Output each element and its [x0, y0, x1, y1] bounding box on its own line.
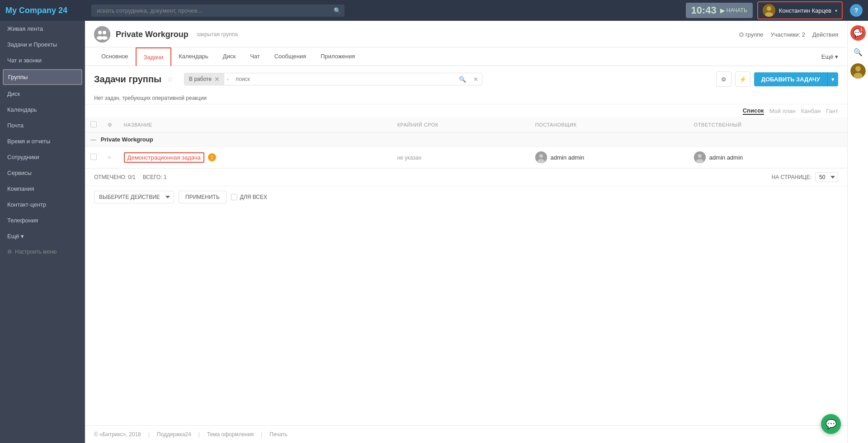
sidebar-item-disk[interactable]: Диск	[0, 86, 85, 102]
sidebar-item-chat-calls[interactable]: Чат и звонки	[0, 52, 85, 68]
task-badge: 1	[208, 153, 216, 161]
view-list[interactable]: Список	[743, 107, 764, 115]
filter-clear-icon[interactable]: ✕	[470, 74, 482, 85]
filter-search-input[interactable]	[231, 74, 455, 85]
tab-messages[interactable]: Сообщения	[267, 47, 314, 66]
select-all-checkbox[interactable]	[90, 121, 97, 127]
col-assigner: ПОСТАНОВЩИК	[530, 118, 689, 132]
drag-handle-icon[interactable]: ≡	[108, 154, 111, 161]
sidebar-item-services[interactable]: Сервисы	[0, 165, 85, 181]
view-gantt[interactable]: Гант	[826, 108, 838, 114]
tab-disk[interactable]: Диск	[216, 47, 243, 66]
clock-display: 10:43	[691, 5, 717, 16]
tab-calendar[interactable]: Календарь	[171, 47, 216, 66]
group-actions-button[interactable]: Действия	[812, 31, 838, 38]
view-kanban[interactable]: Канбан	[801, 108, 821, 114]
group-title: Private Workgroup	[116, 30, 189, 39]
app-title-number: 24	[58, 6, 67, 15]
start-label: НАЧАТЬ	[726, 7, 747, 14]
app-logo: My Company 24	[5, 6, 87, 15]
task-name-link[interactable]: Демонстрационная задача	[124, 152, 204, 163]
col-name: НАЗВАНИЕ	[118, 118, 392, 132]
right-side-panel: 💬 🔍	[847, 21, 868, 443]
svg-point-10	[101, 36, 108, 40]
gear-icon: ⚙	[721, 76, 726, 83]
configure-menu-button[interactable]: ⚙ Настроить меню	[0, 244, 85, 259]
responsible-cell: admin admin	[694, 151, 842, 163]
group-row-label: Private Workgroup	[101, 136, 153, 143]
for-all-checkbox[interactable]	[231, 194, 237, 200]
view-my-plan[interactable]: Мой план	[769, 108, 796, 114]
notifications-icon[interactable]: 💬	[850, 25, 866, 41]
sidebar-item-live-feed[interactable]: Живая лента	[0, 21, 85, 37]
lightning-icon-button[interactable]: ⚡	[735, 71, 750, 87]
svg-point-15	[698, 154, 702, 158]
avatar	[763, 4, 775, 17]
search-wrapper: 🔍	[91, 5, 344, 17]
footer-print-link[interactable]: Печать	[269, 431, 287, 438]
search-side-icon[interactable]: 🔍	[850, 44, 866, 60]
alert-bar: Нет задач, требующих оперативной реакции	[85, 92, 847, 104]
star-favorite-icon[interactable]: ☆	[167, 75, 173, 84]
tab-main[interactable]: Основное	[94, 47, 136, 66]
per-page-control: НА СТРАНИЦЕ: 50 25 100	[772, 172, 838, 182]
footer-copyright: © «Битрикс», 2018	[94, 431, 141, 438]
col-deadline: КРАЙНИЙ СРОК	[392, 118, 530, 132]
assigner-cell: admin admin	[535, 151, 683, 163]
table-group-row: — Private Workgroup	[85, 132, 847, 147]
user-profile-button[interactable]: Константин Карцев ▾	[757, 1, 843, 19]
sidebar: Живая лента Задачи и Проекты Чат и звонк…	[0, 21, 85, 443]
footer-theme-link[interactable]: Тема оформления	[207, 431, 254, 438]
per-page-select[interactable]: 50 25 100	[815, 172, 838, 182]
chat-bubble-button[interactable]: 💬	[821, 414, 841, 434]
checked-count: ОТМЕЧЕНО: 0/1	[94, 174, 136, 180]
group-about-link[interactable]: О группе	[739, 31, 763, 38]
user-name: Константин Карцев	[779, 7, 831, 14]
sidebar-item-tasks-projects[interactable]: Задачи и Проекты	[0, 37, 85, 52]
user-side-icon[interactable]	[850, 63, 866, 79]
app-title: My Company	[5, 6, 56, 15]
tab-chat[interactable]: Чат	[243, 47, 267, 66]
search-input[interactable]	[91, 5, 344, 17]
tasks-toolbar-right: ⚙ ⚡ ДОБАВИТЬ ЗАДАЧУ ▾	[716, 71, 838, 87]
filter-tag-in-work: В работе ✕	[184, 73, 224, 85]
sidebar-item-employees[interactable]: Сотрудники	[0, 149, 85, 165]
group-icon	[94, 26, 110, 42]
sidebar-item-more[interactable]: Ещё ▾	[0, 228, 85, 244]
filter-tag-remove[interactable]: ✕	[214, 75, 220, 83]
sidebar-item-telephony[interactable]: Телефония	[0, 212, 85, 228]
sidebar-item-time-reports[interactable]: Время и отчеты	[0, 133, 85, 149]
table-row: ≡ Демонстрационная задача 1 не указан	[85, 147, 847, 168]
search-icon[interactable]: 🔍	[334, 7, 341, 14]
tab-tasks[interactable]: Задачи	[136, 47, 172, 66]
apply-button[interactable]: ПРИМЕНИТЬ	[179, 191, 226, 203]
tab-apps[interactable]: Приложения	[313, 47, 362, 66]
row-checkbox[interactable]	[90, 154, 97, 160]
sidebar-item-company[interactable]: Компания	[0, 181, 85, 197]
footer-support-link[interactable]: Поддержка24	[157, 431, 191, 438]
time-block: 10:43 ▶ НАЧАТЬ	[686, 3, 753, 18]
group-header: Private Workgroup закрытая группа О груп…	[85, 21, 847, 47]
sidebar-item-mail[interactable]: Почта	[0, 118, 85, 133]
start-button[interactable]: ▶ НАЧАТЬ	[720, 7, 747, 14]
action-select[interactable]: ВЫБЕРИТЕ ДЕЙСТВИЕ	[94, 191, 174, 203]
sidebar-item-contact-center[interactable]: Контакт-центр	[0, 197, 85, 212]
assigner-avatar	[535, 151, 547, 163]
group-collapse-icon[interactable]: —	[90, 136, 96, 143]
sidebar-item-groups[interactable]: Группы	[3, 69, 82, 85]
for-all-checkbox-label[interactable]: ДЛЯ ВСЕХ	[231, 194, 267, 200]
add-task-button[interactable]: ДОБАВИТЬ ЗАДАЧУ	[754, 72, 827, 86]
alert-text: Нет задач, требующих оперативной реакции	[94, 95, 207, 101]
filter-search-icon[interactable]: 🔍	[455, 74, 470, 85]
responsible-name: admin admin	[709, 154, 743, 161]
column-settings-icon[interactable]: ⚙	[108, 122, 113, 127]
group-members-link[interactable]: Участники: 2	[770, 31, 805, 38]
tabs-more-button[interactable]: Ещё ▾	[821, 48, 838, 66]
help-button[interactable]: ?	[850, 4, 863, 17]
svg-point-8	[103, 31, 106, 34]
add-task-split-button[interactable]: ▾	[827, 72, 838, 86]
tasks-title: Задачи группы	[94, 74, 161, 85]
sidebar-item-calendar[interactable]: Календарь	[0, 102, 85, 118]
tasks-footer-row: ОТМЕЧЕНО: 0/1 ВСЕГО: 1 НА СТРАНИЦЕ: 50 2…	[85, 168, 847, 186]
settings-icon-button[interactable]: ⚙	[716, 71, 731, 87]
